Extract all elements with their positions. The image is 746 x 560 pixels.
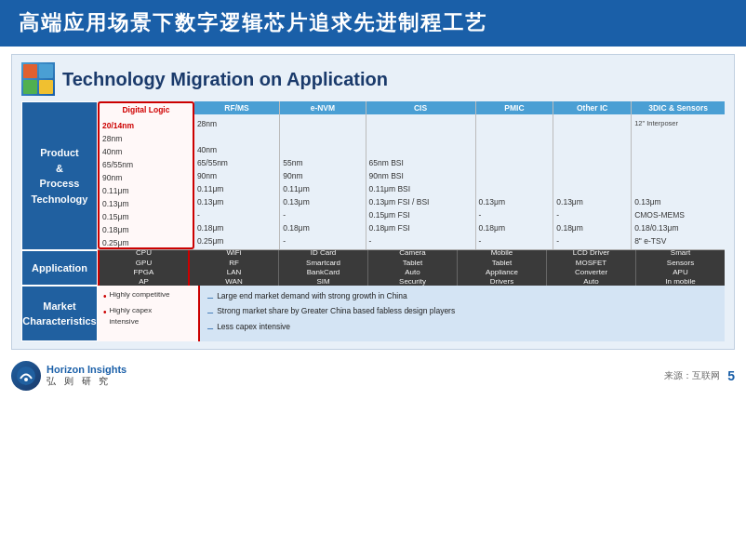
node-oth-2 — [556, 130, 628, 143]
node-oth-8: - — [556, 208, 628, 221]
market-cell-right: – Large end market demand with strong gr… — [200, 286, 725, 341]
node-oth-3 — [556, 143, 628, 156]
node-dl-9: 0.18μm — [102, 223, 190, 236]
content-area: Technology Migration on Application Prod… — [11, 54, 735, 350]
node-cis-7: 0.13μm FSI / BSI — [369, 195, 473, 208]
node-oth-5 — [556, 169, 628, 182]
app-e-nvm: ID CardSmartcardBankCardSIM — [279, 250, 368, 286]
digital-logic-header: Digital Logic — [100, 103, 193, 116]
left-labels-column: Product&ProcessTechnology Application Ma… — [21, 101, 98, 341]
node-3dic-8: 0.18/0.13μm — [634, 221, 722, 234]
company-name-en: Horizon Insights — [47, 364, 127, 375]
node-cis-2 — [369, 130, 473, 143]
app-cis: CameraTabletAutoSecurity — [368, 250, 458, 286]
node-dl-7: 0.13μm — [102, 197, 190, 210]
node-cis-4: 65nm BSI — [369, 156, 473, 169]
app-other-ic: LCD DriverMOSFETConverterAuto — [547, 250, 636, 286]
node-oth-11: 0.35μm — [556, 247, 628, 249]
market-characteristics-row: • Highly competitive • Highly capexinten… — [98, 286, 725, 341]
node-cis-3 — [369, 143, 473, 156]
node-rf-3: 40nm — [197, 143, 276, 156]
header-icon — [21, 62, 55, 96]
footer-logo: Horizon Insights 弘 则 研 究 — [11, 361, 127, 391]
node-pmic-2 — [479, 130, 551, 143]
node-rf-7: 0.13μm — [197, 195, 276, 208]
node-dl-5: 90nm — [102, 171, 190, 184]
app-digital-logic: CPUGPUFPGAAP — [98, 250, 190, 286]
node-pmic-1 — [479, 117, 551, 130]
col-rf-ms: RF/MS 28nm 40nm 65/55nm 90nm 0.11μm 0.13… — [194, 101, 280, 249]
node-envm-10: - — [283, 234, 362, 247]
node-3dic-2 — [634, 143, 722, 156]
node-cis-8: 0.15μm FSI — [369, 208, 473, 221]
node-rf-9: 0.18μm — [197, 221, 276, 234]
node-dl-4: 65/55nm — [102, 158, 190, 171]
col-other-ic: Other IC 0.13μm - 0.18μm - 0.35μm — [553, 101, 632, 249]
node-3dic-10 — [634, 247, 722, 249]
node-oth-4 — [556, 156, 628, 169]
node-rf-5: 90nm — [197, 169, 276, 182]
app-3dic: SmartSensorsAPUIn mobile — [636, 250, 725, 286]
footer-page-number: 5 — [727, 368, 735, 383]
node-envm-1 — [283, 117, 362, 130]
node-oth-9: 0.18μm — [556, 221, 628, 234]
node-rf-10: 0.25μm — [197, 234, 276, 247]
app-rf-ms: WiFiRFLANWAN — [190, 250, 279, 286]
3dic-header: 3DIC & Sensors — [632, 101, 725, 114]
node-rf-2 — [197, 130, 276, 143]
footer-source: 来源：互联网 — [664, 369, 720, 382]
logo-icon — [11, 361, 41, 391]
section-header: Technology Migration on Application — [21, 62, 725, 96]
label-market-characteristics: MarketCharacteristics — [21, 286, 98, 341]
node-cis-5: 90nm BSI — [369, 169, 473, 182]
node-dl-6: 0.11μm — [102, 184, 190, 197]
col-cis: CIS 65nm BSI 90nm BSI 0.11μm BSI 0.13μm … — [366, 101, 476, 249]
node-3dic-1 — [634, 130, 722, 143]
node-envm-11: 0.35μm — [283, 247, 362, 249]
svg-point-0 — [17, 367, 35, 385]
columns-container: Digital Logic 20/14nm 28nm 40nm 65/55nm … — [98, 101, 725, 341]
node-envm-7: 0.13μm — [283, 195, 362, 208]
node-pmic-11: 0.35μm — [479, 247, 551, 249]
rf-ms-header: RF/MS — [194, 101, 279, 114]
market-right-bullet-3: – Less capex intensive — [207, 321, 717, 334]
title-bar: 高端应用场景下数字逻辑芯片追求先进制程工艺 — [0, 0, 746, 47]
node-3dic-5 — [634, 182, 722, 195]
market-bullet-competitive: • Highly competitive — [103, 289, 193, 303]
node-3dic-6: 0.13μm — [634, 195, 722, 208]
node-envm-3 — [283, 143, 362, 156]
node-envm-4: 55nm — [283, 156, 362, 169]
slide: 高端应用场景下数字逻辑芯片追求先进制程工艺 Technology Migrati… — [0, 0, 746, 560]
node-pmic-5 — [479, 169, 551, 182]
node-pmic-9: 0.18μm — [479, 221, 551, 234]
node-cis-9: 0.18μm FSI — [369, 221, 473, 234]
node-rf-6: 0.11μm — [197, 182, 276, 195]
node-envm-5: 90nm — [283, 169, 362, 182]
node-rf-11: 0.35μm — [197, 247, 276, 249]
svg-point-1 — [24, 378, 28, 381]
col-digital-logic: Digital Logic 20/14nm 28nm 40nm 65/55nm … — [98, 101, 194, 249]
node-envm-8: - — [283, 208, 362, 221]
node-3dic-interposer: 12" Interposer — [634, 117, 722, 130]
label-application: Application — [21, 250, 98, 286]
market-cell-left: • Highly competitive • Highly capexinten… — [98, 286, 200, 341]
node-3dic-4 — [634, 169, 722, 182]
node-rf-8: - — [197, 208, 276, 221]
node-3dic-9: 8" e-TSV — [634, 234, 722, 247]
col-pmic: PMIC 0.13μm - 0.18μm - 0.35μm — [476, 101, 554, 249]
node-dl-2: 28nm — [102, 132, 190, 145]
node-dl-1: 20/14nm — [102, 119, 190, 132]
node-dl-10: 0.25μm — [102, 236, 190, 249]
node-dl-8: 0.15μm — [102, 210, 190, 223]
node-cis-10: - — [369, 234, 473, 247]
other-ic-header: Other IC — [553, 101, 631, 114]
node-cis-1 — [369, 117, 473, 130]
e-nvm-header: e-NVM — [280, 101, 365, 114]
col-e-nvm: e-NVM 55nm 90nm 0.11μm 0.13μm - 0.18μm -… — [280, 101, 366, 249]
company-info: Horizon Insights 弘 则 研 究 — [47, 364, 127, 388]
node-pmic-3 — [479, 143, 551, 156]
node-dl-3: 40nm — [102, 145, 190, 158]
footer-right: 来源：互联网 5 — [664, 368, 735, 383]
node-pmic-8: - — [479, 208, 551, 221]
node-oth-7: 0.13μm — [556, 195, 628, 208]
